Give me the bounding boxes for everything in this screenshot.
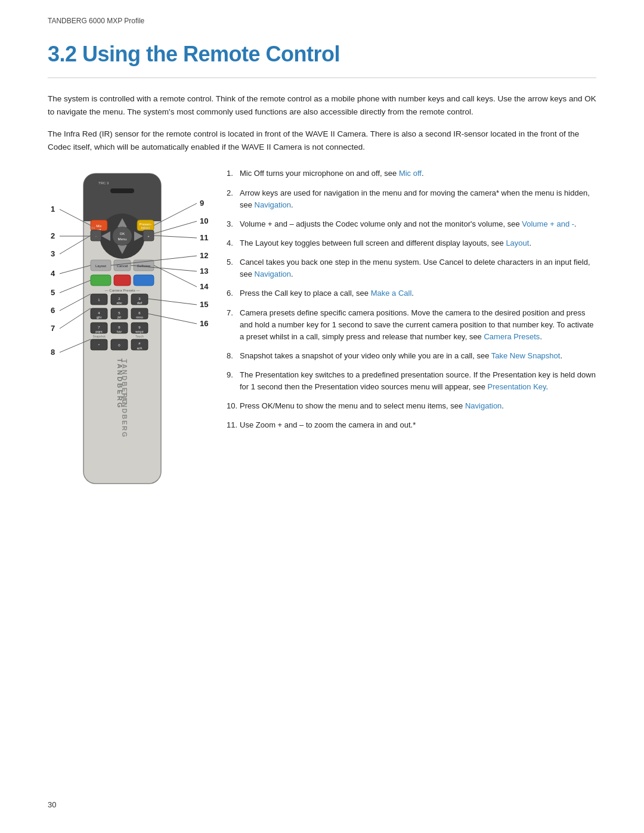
svg-text:15: 15 <box>200 300 208 309</box>
list-item-8-text: Snapshot takes a snapshot of your video … <box>240 351 491 360</box>
list-item-10-text: Press OK/Menu to show the menu and to se… <box>240 401 465 410</box>
page-number: 30 <box>48 800 56 809</box>
svg-text:OK: OK <box>120 232 125 236</box>
navigation-link-2[interactable]: Navigation <box>255 200 291 209</box>
list-item-4-text: The Layout key toggles between full scre… <box>240 239 506 247</box>
svg-text:10: 10 <box>200 216 208 225</box>
layout-link[interactable]: Layout <box>506 239 529 247</box>
list-item-3-text: Volume + and – adjusts the Codec volume … <box>240 219 522 228</box>
list-item-9: The Presentation key switches to a prede… <box>227 369 596 393</box>
svg-text:Layout: Layout <box>95 264 106 268</box>
presentation-key-link[interactable]: Presentation Key <box>488 382 546 391</box>
svg-rect-4 <box>110 188 134 193</box>
svg-text:Zoom: Zoom <box>142 226 150 230</box>
volume-link[interactable]: Volume + and - <box>522 219 574 228</box>
navigation-link-5[interactable]: Navigation <box>255 270 291 278</box>
svg-text:abc: abc <box>116 301 122 305</box>
list-item-11-text: Use Zoom + and – to zoom the camera in a… <box>240 420 416 429</box>
mic-off-link[interactable]: Mic off <box>399 169 422 178</box>
page-title: 3.2 Using the Remote Control <box>48 42 596 67</box>
svg-text:Snapshot: Snapshot <box>92 335 106 338</box>
list-item-10: Press OK/Menu to show the menu and to se… <box>227 400 596 412</box>
svg-text:5: 5 <box>51 288 55 297</box>
list-item-1-text: Mic Off turns your microphone on and off… <box>240 169 399 178</box>
svg-text:3: 3 <box>51 249 55 258</box>
make-a-call-link[interactable]: Make a Call <box>371 289 412 298</box>
svg-text:12: 12 <box>200 251 208 260</box>
svg-text:pqrs: pqrs <box>95 330 103 333</box>
svg-text:ghi: ghi <box>97 315 101 319</box>
list-item-2: Arrow keys are used for navigation in th… <box>227 187 596 211</box>
svg-text:Touch: Touch <box>135 335 144 338</box>
svg-text:11: 11 <box>200 233 208 242</box>
svg-text:8: 8 <box>51 348 55 357</box>
list-item-8: Snapshot takes a snapshot of your video … <box>227 350 596 362</box>
content-area: The system is controlled with a remote c… <box>0 78 644 605</box>
svg-point-10 <box>113 227 132 246</box>
svg-text:wxyz: wxyz <box>135 330 143 333</box>
svg-text:jkl: jkl <box>117 315 121 319</box>
svg-rect-31 <box>91 275 111 286</box>
svg-rect-32 <box>114 275 131 286</box>
svg-text:13: 13 <box>200 267 208 275</box>
svg-text:— Camera Presets —: — Camera Presets — <box>105 289 140 292</box>
svg-text:tuv: tuv <box>117 330 122 333</box>
camera-presets-link[interactable]: Camera Presets <box>484 332 540 341</box>
svg-rect-33 <box>134 275 154 286</box>
list-item-11: Use Zoom + and – to zoom the camera in a… <box>227 419 596 431</box>
navigation-link-10[interactable]: Navigation <box>465 401 501 410</box>
svg-text:def: def <box>137 301 143 305</box>
svg-text:7: 7 <box>51 324 55 333</box>
svg-text:9: 9 <box>200 199 204 208</box>
list-item-6-text: Press the Call key to place a call, see <box>240 289 371 298</box>
intro-paragraph-2: The Infra Red (IR) sensor for the remote… <box>48 128 596 153</box>
svg-text:2: 2 <box>51 231 55 240</box>
list-item-5: Cancel takes you back one step in the me… <box>227 256 596 280</box>
list-item-1: Mic Off turns your microphone on and off… <box>227 168 596 179</box>
svg-text:Mic: Mic <box>96 224 101 228</box>
remote-control-image: TRC 3 OK Menu <box>48 168 203 587</box>
svg-text:1: 1 <box>51 205 55 213</box>
list-item-6: Press the Call key to place a call, see … <box>227 287 596 299</box>
remote-image-column: TRC 3 OK Menu <box>48 168 203 587</box>
svg-text:14: 14 <box>200 282 209 291</box>
svg-text:mno: mno <box>136 315 143 319</box>
list-item-3: Volume + and – adjusts the Codec volume … <box>227 218 596 230</box>
svg-text:6: 6 <box>51 306 55 315</box>
svg-text:TRC 3: TRC 3 <box>98 181 109 185</box>
header-text: TANDBERG 6000 MXP Profile <box>48 17 144 25</box>
svg-text:a/A: a/A <box>137 346 142 350</box>
svg-text:Vol: Vol <box>91 226 95 230</box>
main-body: TRC 3 OK Menu <box>48 168 596 587</box>
svg-text:TANDBERG: TANDBERG <box>116 358 123 410</box>
snapshot-link[interactable]: Take New Snapshot <box>491 351 561 360</box>
svg-text:16: 16 <box>200 319 208 328</box>
intro-paragraph-1: The system is controlled with a remote c… <box>48 92 596 118</box>
list-item-7: Camera presets define specific camera po… <box>227 307 596 343</box>
svg-text:Menu: Menu <box>117 237 126 241</box>
svg-text:4: 4 <box>51 269 55 278</box>
list-item-4: The Layout key toggles between full scre… <box>227 237 596 249</box>
